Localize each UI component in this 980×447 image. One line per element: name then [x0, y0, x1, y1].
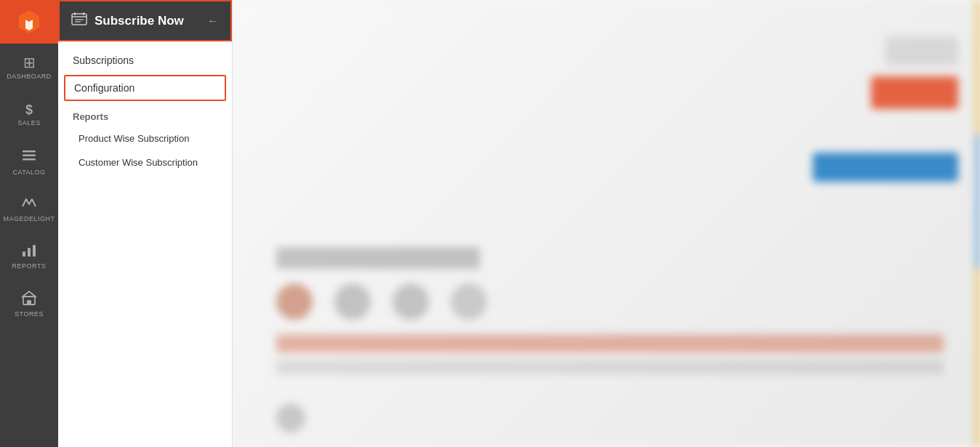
blur-orange-button [871, 76, 958, 109]
svg-rect-9 [27, 300, 31, 305]
back-arrow-icon[interactable]: ← [207, 15, 219, 28]
blur-title [276, 247, 480, 269]
blur-icon-3 [393, 283, 429, 320]
svg-rect-12 [74, 12, 76, 15]
magento-logo[interactable] [0, 0, 58, 44]
blur-icons [276, 283, 944, 320]
nav-label-catalog: CATALOG [12, 169, 45, 176]
nav-item-magedelight[interactable]: MAGEDELIGHT [0, 185, 58, 233]
svg-rect-6 [28, 248, 31, 257]
svg-rect-2 [23, 150, 36, 153]
blur-right-stripe [976, 0, 980, 447]
blur-icon-1 [276, 283, 313, 320]
nav-label-sales: SALES [17, 119, 41, 126]
catalog-icon [21, 148, 37, 166]
dashboard-icon: ⊞ [23, 55, 36, 70]
blur-blue-button [813, 153, 958, 182]
blur-bottom-1 [276, 334, 944, 353]
subscribe-icon [71, 12, 87, 30]
submenu-header: Subscribe Now ← [58, 0, 232, 41]
left-navigation: ⊞ DASHBOARD $ SALES CATALOG MAGEDELIGHT [0, 0, 58, 447]
stores-icon [21, 289, 37, 307]
svg-rect-4 [23, 158, 36, 161]
blur-top-right-actions [813, 36, 958, 182]
nav-label-reports: REPORTS [12, 262, 47, 270]
nav-item-dashboard[interactable]: ⊞ DASHBOARD [0, 44, 58, 91]
blur-avatar-area [276, 403, 305, 432]
sales-icon: $ [25, 103, 33, 116]
svg-rect-13 [83, 12, 84, 15]
submenu-item-subscriptions[interactable]: Subscriptions [58, 47, 232, 73]
blur-avatar [276, 403, 305, 432]
submenu-item-product-wise[interactable]: Product Wise Subscription [58, 126, 232, 150]
blur-icon-2 [334, 283, 371, 320]
main-content [233, 0, 980, 447]
nav-item-sales[interactable]: $ SALES [0, 91, 58, 138]
submenu-list: Subscriptions Configuration Reports Prod… [58, 41, 232, 447]
reports-icon [21, 243, 37, 259]
svg-rect-5 [23, 251, 25, 257]
nav-label-dashboard: DASHBOARD [7, 73, 52, 80]
submenu-panel: Subscribe Now ← Subscriptions Configurat… [58, 0, 233, 447]
submenu-item-customer-wise[interactable]: Customer Wise Subscription [58, 150, 232, 174]
svg-rect-7 [33, 245, 36, 257]
nav-label-stores: STORES [15, 310, 44, 318]
blur-icon-4 [451, 283, 487, 320]
nav-item-stores[interactable]: STORES [0, 280, 58, 327]
submenu-title: Subscribe Now [95, 14, 200, 28]
submenu-section-reports: Reports [58, 102, 232, 126]
svg-rect-3 [23, 155, 36, 157]
nav-label-magedelight: MAGEDELIGHT [3, 215, 55, 222]
blurred-background [233, 0, 980, 447]
magedelight-icon [21, 196, 37, 212]
submenu-item-configuration[interactable]: Configuration [64, 75, 226, 101]
blur-content [276, 247, 944, 374]
blur-bottom-2 [276, 360, 944, 374]
nav-item-catalog[interactable]: CATALOG [0, 138, 58, 185]
nav-item-reports[interactable]: REPORTS [0, 233, 58, 280]
